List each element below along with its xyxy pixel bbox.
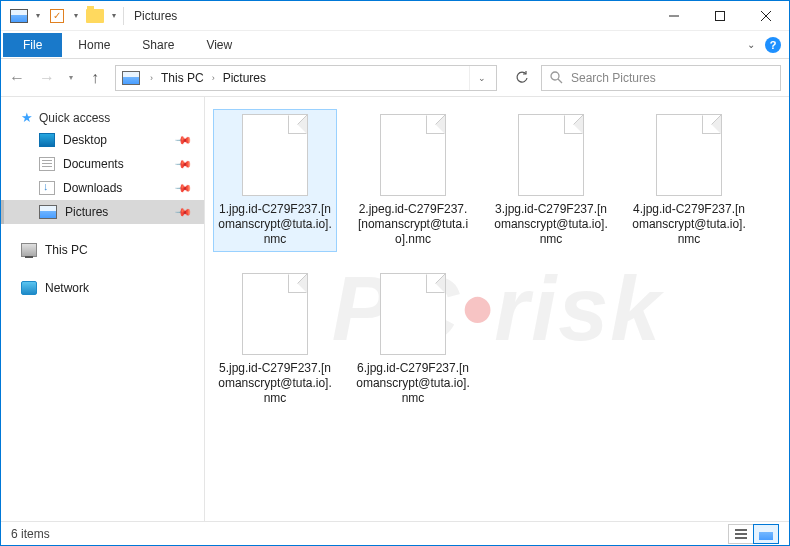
file-list[interactable]: PC•risk 1.jpg.id-C279F237.[nomanscrypt@t… [205,97,789,521]
file-name-label: 5.jpg.id-C279F237.[nomanscrypt@tuta.io].… [218,361,332,406]
navigation-pane: ★ Quick access Desktop 📌 Documents 📌 Dow… [1,97,205,521]
window-controls [651,1,789,31]
pics-icon [39,205,57,219]
file-item[interactable]: 3.jpg.id-C279F237.[nomanscrypt@tuta.io].… [489,109,613,252]
file-icon [242,114,308,196]
help-icon[interactable]: ? [765,37,781,53]
sidebar-this-pc[interactable]: This PC [1,238,204,262]
computer-icon [21,243,37,257]
pin-icon: 📌 [173,178,192,197]
sidebar-item-documents[interactable]: Documents 📌 [1,152,204,176]
file-item[interactable]: 2.jpeg.id-C279F237.[nomanscrypt@tuta.io]… [351,109,475,252]
desktop-icon [39,133,55,147]
app-icon[interactable] [7,4,31,28]
separator [123,7,124,25]
file-name-label: 4.jpg.id-C279F237.[nomanscrypt@tuta.io].… [632,202,746,247]
file-tab[interactable]: File [3,33,62,57]
location-icon [122,71,140,85]
address-dropdown[interactable]: ⌄ [469,66,494,90]
pin-icon: 📌 [173,154,192,173]
address-bar[interactable]: › This PC › Pictures ⌄ [115,65,497,91]
file-name-label: 6.jpg.id-C279F237.[nomanscrypt@tuta.io].… [356,361,470,406]
thumbnails-view-button[interactable] [753,524,779,544]
breadcrumb-pictures[interactable]: Pictures [221,71,268,85]
maximize-button[interactable] [697,1,743,31]
file-item[interactable]: 6.jpg.id-C279F237.[nomanscrypt@tuta.io].… [351,268,475,411]
navigation-bar: ← → ▾ ↑ › This PC › Pictures ⌄ Search Pi… [1,59,789,97]
tab-view[interactable]: View [190,31,248,59]
network-label: Network [45,281,89,295]
sidebar-item-desktop[interactable]: Desktop 📌 [1,128,204,152]
details-view-button[interactable] [728,524,754,544]
file-name-label: 2.jpeg.id-C279F237.[nomanscrypt@tuta.io]… [356,202,470,247]
tab-home[interactable]: Home [62,31,126,59]
refresh-button[interactable] [507,65,537,91]
sidebar-item-label: Documents [63,157,124,171]
file-icon [518,114,584,196]
back-button[interactable]: ← [9,69,25,87]
file-item[interactable]: 4.jpg.id-C279F237.[nomanscrypt@tuta.io].… [627,109,751,252]
svg-line-5 [558,79,562,83]
sidebar-item-label: Downloads [63,181,122,195]
file-name-label: 3.jpg.id-C279F237.[nomanscrypt@tuta.io].… [494,202,608,247]
sidebar-item-downloads[interactable]: Downloads 📌 [1,176,204,200]
file-icon [380,114,446,196]
status-item-count: 6 items [11,527,50,541]
docs-icon [39,157,55,171]
close-button[interactable] [743,1,789,31]
expand-ribbon-icon[interactable]: ⌄ [747,39,755,50]
up-button[interactable]: ↑ [87,69,103,87]
status-bar: 6 items [1,521,789,545]
forward-button[interactable]: → [39,69,55,87]
sidebar-quick-access[interactable]: ★ Quick access [1,107,204,128]
recent-locations-button[interactable]: ▾ [69,73,73,82]
file-icon [380,273,446,355]
quick-access-toolbar: ▾ ▾ ▾ [1,4,119,28]
search-icon [550,71,563,84]
svg-point-4 [551,72,559,80]
sidebar-item-label: Desktop [63,133,107,147]
file-item[interactable]: 5.jpg.id-C279F237.[nomanscrypt@tuta.io].… [213,268,337,411]
window-title: Pictures [134,9,177,23]
qat-dropdown-2[interactable]: ▾ [71,5,81,27]
ribbon-tabs: File Home Share View ⌄ ? [1,31,789,59]
tab-share[interactable]: Share [126,31,190,59]
file-name-label: 1.jpg.id-C279F237.[nomanscrypt@tuta.io].… [218,202,332,247]
explorer-window: ▾ ▾ ▾ Pictures File Home Share View ⌄ ? … [0,0,790,546]
sidebar-item-pictures[interactable]: Pictures 📌 [1,200,204,224]
star-icon: ★ [21,110,33,125]
quick-access-label: Quick access [39,111,110,125]
sidebar-item-label: Pictures [65,205,108,219]
search-input[interactable]: Search Pictures [541,65,781,91]
file-icon [656,114,722,196]
this-pc-label: This PC [45,243,88,257]
sidebar-network[interactable]: Network [1,276,204,300]
dl-icon [39,181,55,195]
breadcrumb-thispc[interactable]: This PC [159,71,206,85]
chevron-right-icon[interactable]: › [144,73,159,83]
chevron-right-icon[interactable]: › [206,73,221,83]
file-item[interactable]: 1.jpg.id-C279F237.[nomanscrypt@tuta.io].… [213,109,337,252]
svg-rect-1 [716,11,725,20]
pin-icon: 📌 [173,202,192,221]
title-bar: ▾ ▾ ▾ Pictures [1,1,789,31]
file-icon [242,273,308,355]
qat-new-folder-button[interactable] [83,4,107,28]
qat-dropdown[interactable]: ▾ [33,5,43,27]
network-icon [21,281,37,295]
pin-icon: 📌 [173,130,192,149]
minimize-button[interactable] [651,1,697,31]
qat-properties-button[interactable] [45,4,69,28]
search-placeholder: Search Pictures [571,71,656,85]
qat-customize[interactable]: ▾ [109,5,119,27]
